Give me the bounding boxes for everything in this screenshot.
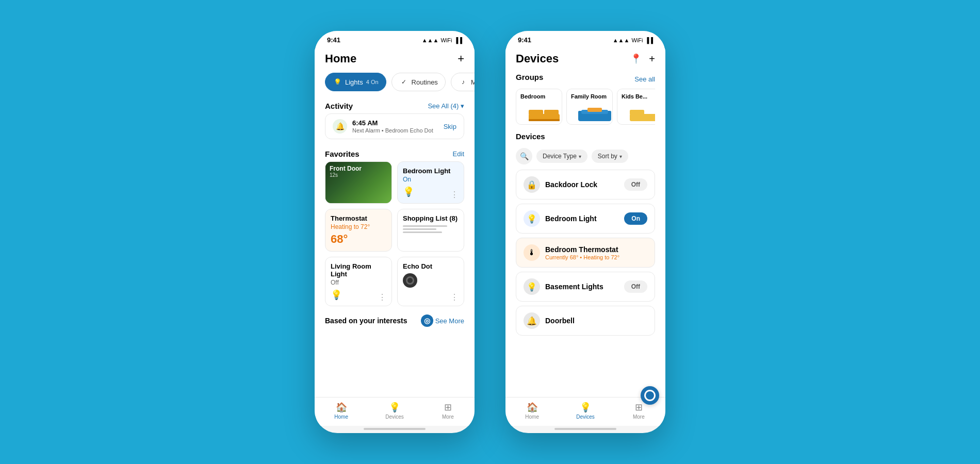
- qa-lights-count: 4 On: [366, 79, 379, 85]
- alarm-icon: 🔔: [333, 119, 347, 134]
- skip-button[interactable]: Skip: [444, 123, 456, 130]
- devices-list-section: Devices 🔍 Device Type ▾ Sort by ▾ 🔒: [505, 130, 665, 336]
- interests-title: Based on your interests: [325, 317, 407, 325]
- devices-list-header: Devices: [516, 130, 655, 148]
- sort-by-label: Sort by: [598, 153, 617, 160]
- routines-icon: ✓: [399, 77, 409, 87]
- group-family-room-label: Family Room: [571, 93, 607, 100]
- backdoor-lock-name: Backdoor Lock: [545, 180, 619, 189]
- thermostat-status: Heating to 72°: [331, 223, 386, 230]
- sort-by-caret: ▾: [619, 154, 622, 159]
- signal-icon: ▲▲▲: [422, 37, 439, 43]
- fav-shopping-list[interactable]: Shopping List (8): [397, 209, 464, 252]
- camera-time: 12s: [330, 172, 362, 178]
- status-bar-devices: 9:41 ▲▲▲ WiFi ▐▐: [505, 31, 665, 46]
- fav-thermostat[interactable]: Thermostat Heating to 72° 68°: [325, 209, 392, 252]
- add-device-button[interactable]: +: [649, 53, 655, 65]
- add-button[interactable]: +: [458, 52, 464, 65]
- family-room-furniture-icon: [577, 105, 612, 123]
- wifi-icon: WiFi: [440, 37, 452, 43]
- group-family-room[interactable]: Family Room: [566, 89, 613, 125]
- devices-nav-label-2: Devices: [576, 414, 595, 420]
- more-options-button[interactable]: ⋮: [450, 191, 459, 199]
- thermostat-temp: 68°: [331, 233, 386, 246]
- group-kids-label: Kids Be...: [622, 93, 647, 100]
- svg-rect-8: [587, 108, 602, 112]
- home-nav-label-2: Home: [525, 414, 539, 420]
- sort-by-filter[interactable]: Sort by ▾: [592, 150, 628, 163]
- groups-row: Bedroom Family Room: [516, 89, 655, 125]
- group-bedroom[interactable]: Bedroom: [516, 89, 562, 125]
- svg-rect-1: [529, 110, 543, 115]
- phone-home: 9:41 ▲▲▲ WiFi ▐▐ Home + 💡 Lights 4 On ✓ …: [315, 31, 475, 433]
- basement-lights-toggle[interactable]: Off: [624, 280, 647, 293]
- qa-music[interactable]: ♪ Mu...: [451, 73, 475, 91]
- activity-card[interactable]: 🔔 6:45 AM Next Alarm • Bedroom Echo Dot …: [325, 113, 464, 139]
- thermostat-name: Thermostat: [331, 214, 386, 222]
- device-backdoor-lock[interactable]: 🔒 Backdoor Lock Off: [516, 170, 655, 200]
- see-all-activity[interactable]: See All (4) ▾: [428, 102, 464, 110]
- backdoor-lock-info: Backdoor Lock: [545, 180, 619, 189]
- bedroom-light-toggle[interactable]: On: [624, 212, 647, 225]
- activity-section-header: Activity See All (4) ▾: [315, 96, 475, 113]
- device-bedroom-light[interactable]: 💡 Bedroom Light On: [516, 204, 655, 234]
- shopping-name: Shopping List (8): [403, 214, 459, 222]
- bedroom-light-dev-name: Bedroom Light: [545, 214, 619, 223]
- living-room-light-status: Off: [331, 279, 386, 286]
- nav-devices-2[interactable]: 💡 Devices: [559, 402, 612, 420]
- backdoor-lock-toggle[interactable]: Off: [624, 178, 647, 191]
- alexa-ring-icon: [644, 390, 656, 401]
- search-button[interactable]: 🔍: [516, 148, 532, 164]
- device-basement-lights[interactable]: 💡 Basement Lights Off: [516, 272, 655, 302]
- echo-dot-name: Echo Dot: [403, 262, 459, 270]
- device-type-filter[interactable]: Device Type ▾: [536, 150, 587, 163]
- interests-section-header: Based on your interests ◎ See More: [315, 311, 475, 330]
- fav-bedroom-light[interactable]: Bedroom Light On 💡 ⋮: [397, 161, 464, 204]
- device-bedroom-thermostat[interactable]: 🌡 Bedroom Thermostat Currently 68° • Hea…: [516, 238, 655, 268]
- nav-more[interactable]: ⊞ More: [421, 402, 475, 420]
- more-nav-label: More: [442, 414, 454, 420]
- echo-ring: [406, 276, 414, 285]
- nav-home[interactable]: 🏠 Home: [315, 402, 368, 420]
- fav-living-room-light[interactable]: Living Room Light Off 💡 ⋮: [325, 257, 392, 306]
- home-header: Home +: [315, 46, 475, 70]
- more-nav-icon-2: ⊞: [635, 402, 643, 413]
- device-doorbell[interactable]: 🔔 Doorbell: [516, 306, 655, 336]
- nav-more-2[interactable]: ⊞ More: [612, 402, 665, 420]
- battery-icon: ▐▐: [454, 37, 462, 43]
- home-screen: Home + 💡 Lights 4 On ✓ Routines ♪ Mu... …: [315, 46, 475, 397]
- doorbell-icon: 🔔: [524, 312, 540, 329]
- status-icons: ▲▲▲ WiFi ▐▐: [422, 37, 462, 43]
- status-time-2: 9:41: [518, 36, 531, 44]
- svg-rect-10: [630, 110, 644, 115]
- more-options-button3[interactable]: ⋮: [450, 293, 459, 302]
- bedroom-thermostat-info: Bedroom Thermostat Currently 68° • Heati…: [545, 245, 647, 260]
- see-more-button[interactable]: ◎ See More: [421, 314, 464, 327]
- qa-routines-label: Routines: [412, 78, 438, 86]
- fav-front-door[interactable]: Front Door 12s: [325, 161, 392, 204]
- favorites-grid: Front Door 12s Bedroom Light On 💡 ⋮ Ther…: [315, 161, 475, 311]
- phone-devices: 9:41 ▲▲▲ WiFi ▐▐ Devices 📍 + Groups See …: [505, 31, 665, 433]
- nav-home-2[interactable]: 🏠 Home: [505, 402, 559, 420]
- signal-icon-2: ▲▲▲: [613, 37, 630, 43]
- edit-favorites[interactable]: Edit: [453, 150, 464, 158]
- home-nav-icon: 🏠: [336, 402, 347, 413]
- wifi-icon-2: WiFi: [631, 37, 643, 43]
- nav-devices[interactable]: 💡 Devices: [368, 402, 421, 420]
- doorbell-info: Doorbell: [545, 317, 647, 325]
- more-options-button2[interactable]: ⋮: [378, 293, 386, 302]
- alexa-fab-button[interactable]: [641, 386, 659, 405]
- activity-details: 6:45 AM Next Alarm • Bedroom Echo Dot: [352, 119, 433, 134]
- activity-time: 6:45 AM: [352, 119, 433, 127]
- favorites-title: Favorites: [325, 150, 360, 158]
- activity-title: Activity: [325, 102, 353, 110]
- fav-echo-dot[interactable]: Echo Dot ⋮: [397, 257, 464, 306]
- see-all-groups[interactable]: See all: [634, 75, 655, 83]
- group-kids-bedroom[interactable]: Kids Be...: [617, 89, 655, 125]
- qa-lights[interactable]: 💡 Lights 4 On: [325, 73, 386, 91]
- qa-routines[interactable]: ✓ Routines: [391, 73, 446, 91]
- camera-overlay: Front Door 12s: [330, 165, 362, 178]
- see-more-icon: ◎: [421, 314, 433, 327]
- location-icon[interactable]: 📍: [630, 53, 642, 64]
- activity-description: Next Alarm • Bedroom Echo Dot: [352, 127, 433, 134]
